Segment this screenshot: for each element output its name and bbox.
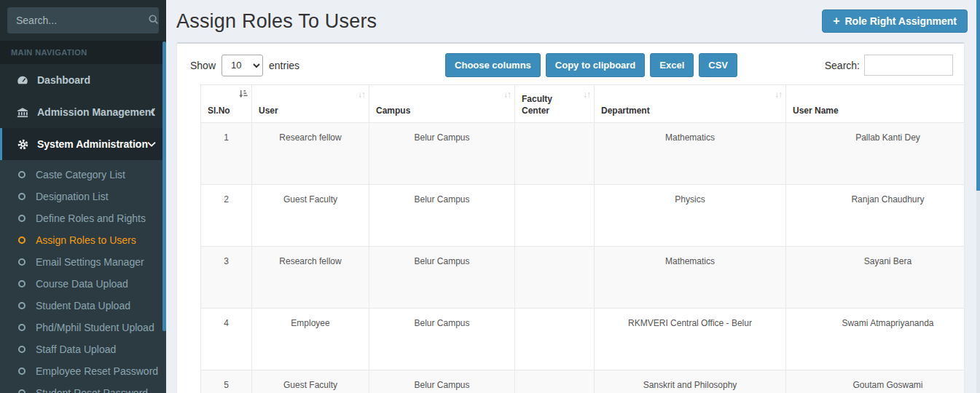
sidebar-item-system-administration[interactable]: System Administration	[0, 128, 166, 160]
table-search-control: Search:	[825, 55, 953, 76]
sidebar-search-box	[7, 7, 159, 33]
submenu-item-caste-category-list[interactable]: Caste Category List	[0, 164, 166, 186]
copy-to-clipboard-button[interactable]: Copy to clipboard	[546, 53, 646, 77]
choose-columns-button[interactable]: Choose columns	[445, 53, 541, 77]
cell-user-name: Goutam Goswami	[786, 370, 965, 393]
dashboard-icon	[16, 75, 29, 85]
submenu-item-student-data-upload[interactable]: Student Data Upload	[0, 295, 166, 317]
circle-icon	[18, 302, 26, 309]
sort-icon: ↓↑	[775, 90, 782, 100]
circle-icon	[18, 215, 26, 222]
submenu-item-designation-list[interactable]: Designation List	[0, 186, 166, 207]
column-header-campus[interactable]: Campus ↓↑	[369, 85, 515, 123]
gear-icon	[16, 139, 29, 150]
sort-icon: ↓↑	[358, 90, 365, 100]
chevron-down-icon	[147, 141, 156, 147]
submenu-item-assign-roles-to-users[interactable]: Assign Roles to Users	[0, 229, 166, 251]
page-size-select[interactable]: 10	[222, 55, 263, 76]
circle-icon	[18, 389, 26, 393]
cell-department: Physics	[595, 185, 786, 247]
bank-icon	[16, 107, 29, 118]
cell-user-name: Ranjan Chaudhury	[786, 185, 965, 247]
csv-button[interactable]: CSV	[699, 53, 737, 77]
cell-user: Research fellow	[252, 247, 369, 309]
main-content: Assign Roles To Users + Role Right Assig…	[166, 0, 980, 393]
page-scrollbar-thumb[interactable]	[976, 0, 980, 191]
cell-department: Mathematics	[595, 123, 786, 185]
column-header-user[interactable]: User ↓↑	[252, 85, 369, 123]
export-buttons: Choose columns Copy to clipboard Excel C…	[445, 53, 737, 77]
chevron-left-icon	[150, 108, 156, 116]
system-administration-submenu: Caste Category List Designation List Def…	[0, 160, 166, 393]
table-row: 4 Employee Belur Campus RKMVERI Central …	[201, 309, 965, 370]
cell-campus: Belur Campus	[369, 309, 515, 370]
cell-user: Guest Faculty	[252, 185, 369, 247]
excel-button[interactable]: Excel	[650, 53, 694, 77]
sidebar-item-label: Dashboard	[37, 74, 90, 86]
sidebar-item-label: System Administration	[37, 138, 148, 150]
cell-user: Research fellow	[252, 123, 369, 185]
search-label: Search:	[825, 60, 860, 71]
search-icon	[148, 14, 159, 27]
sidebar-item-dashboard[interactable]: Dashboard	[0, 64, 166, 96]
submenu-item-email-settings-manager[interactable]: Email Settings Manager	[0, 251, 166, 273]
cell-user-name: Swami Atmapriyananda	[786, 309, 965, 370]
page-title: Assign Roles To Users	[176, 10, 377, 33]
cell-department: RKMVERI Central Office - Belur	[595, 309, 786, 370]
table-row: 3 Research fellow Belur Campus Mathemati…	[201, 247, 965, 309]
table-row: 2 Guest Faculty Belur Campus Physics Ran…	[201, 185, 965, 247]
sidebar-item-label: Admission Management	[37, 106, 154, 118]
table-row: 1 Research fellow Belur Campus Mathemati…	[201, 123, 965, 185]
page-size-control: Show 10 entries	[190, 55, 299, 76]
cell-faculty-center	[515, 185, 595, 247]
submenu-item-phd-mphil-student-upload[interactable]: Phd/Mphil Student Upload	[0, 317, 166, 338]
nav-section-label: MAIN NAVIGATION	[0, 41, 166, 64]
cell-user: Guest Faculty	[252, 370, 369, 393]
circle-icon	[18, 171, 26, 178]
table-toolbar: Show 10 entries Choose columns Copy to c…	[177, 44, 964, 77]
cell-user: Employee	[252, 309, 369, 370]
sidebar-search-button[interactable]	[148, 7, 159, 33]
circle-icon	[18, 280, 26, 287]
cell-slno: 2	[201, 185, 252, 247]
cell-campus: Belur Campus	[369, 123, 515, 185]
table-header-row: Sl.No	[201, 85, 965, 123]
column-header-slno[interactable]: Sl.No	[201, 85, 252, 123]
show-label: Show	[190, 60, 216, 71]
cell-department: Sanskrit and Philosophy	[595, 370, 786, 393]
table-row: 5 Guest Faculty Belur Campus Sanskrit an…	[201, 370, 965, 393]
submenu-item-employee-reset-password[interactable]: Employee Reset Password	[0, 360, 166, 382]
sidebar-scrollbar[interactable]	[162, 41, 166, 331]
cell-slno: 5	[201, 370, 252, 393]
entries-label: entries	[269, 60, 299, 71]
cell-faculty-center	[515, 123, 595, 185]
table-panel: Show 10 entries Choose columns Copy to c…	[176, 42, 965, 393]
cell-user-name: Pallab Kanti Dey	[786, 123, 965, 185]
cell-user-name: Sayani Bera	[786, 247, 965, 309]
plus-icon: +	[833, 15, 839, 27]
cell-faculty-center	[515, 247, 595, 309]
circle-icon	[18, 193, 26, 200]
cell-faculty-center	[515, 309, 595, 370]
column-header-user-name[interactable]: User Name	[786, 85, 965, 123]
content-header: Assign Roles To Users + Role Right Assig…	[166, 0, 980, 42]
sidebar: MAIN NAVIGATION Dashboard	[0, 0, 166, 393]
role-right-assignment-button[interactable]: + Role Right Assignment	[822, 9, 968, 33]
submenu-item-define-roles-and-rights[interactable]: Define Roles and Rights	[0, 207, 166, 229]
sort-icon: ↓↑	[583, 90, 590, 100]
sort-ascending-icon	[238, 90, 248, 100]
sidebar-item-admission-management[interactable]: Admission Management	[0, 96, 166, 128]
page-scrollbar-track[interactable]	[976, 0, 980, 393]
column-header-faculty-center[interactable]: Faculty Center ↓↑	[515, 85, 595, 123]
submenu-item-student-reset-password[interactable]: Student Reset Password	[0, 382, 166, 393]
cell-campus: Belur Campus	[369, 185, 515, 247]
table-search-input[interactable]	[864, 55, 953, 76]
cell-campus: Belur Campus	[369, 247, 515, 309]
circle-icon	[18, 346, 26, 353]
circle-icon	[18, 237, 26, 244]
cell-campus: Belur Campus	[369, 370, 515, 393]
submenu-item-course-data-upload[interactable]: Course Data Upload	[0, 273, 166, 295]
sidebar-search-input[interactable]	[7, 7, 148, 33]
column-header-department[interactable]: Department ↓↑	[595, 85, 786, 123]
submenu-item-staff-data-upload[interactable]: Staff Data Upload	[0, 338, 166, 360]
